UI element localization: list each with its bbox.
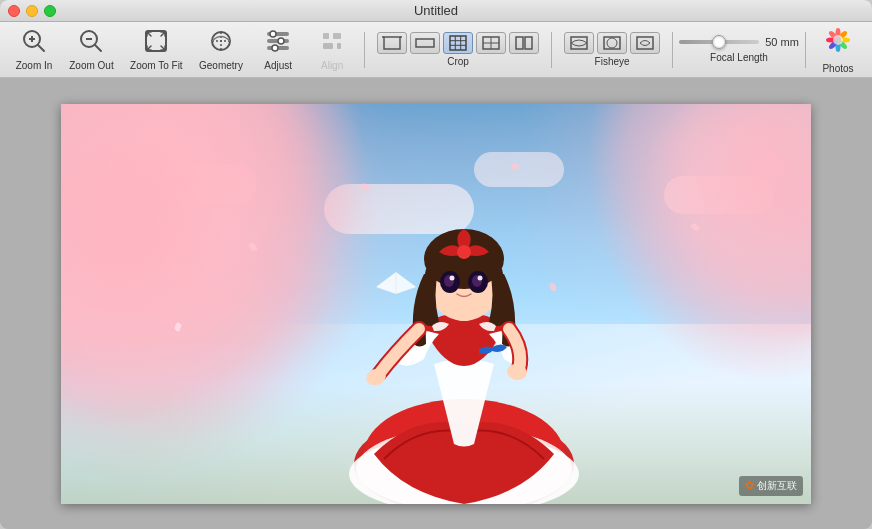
- focal-length-group: 50 mm Focal Length: [679, 36, 799, 63]
- crop-wide-button[interactable]: [410, 32, 440, 54]
- geometry-label: Geometry: [199, 60, 243, 71]
- zoom-out-icon: [78, 28, 104, 58]
- adjust-button[interactable]: Adjust: [252, 26, 304, 74]
- zoom-in-button[interactable]: Zoom In: [8, 26, 60, 74]
- photos-label: Photos: [822, 63, 853, 74]
- svg-point-12: [270, 31, 276, 37]
- svg-point-59: [450, 275, 455, 280]
- zoom-to-fit-button[interactable]: Zoom To Fit: [123, 26, 190, 74]
- traffic-lights: [8, 5, 56, 17]
- geometry-button[interactable]: Geometry: [192, 26, 250, 74]
- svg-rect-23: [450, 36, 466, 50]
- crop-standard-button[interactable]: [377, 32, 407, 54]
- focal-length-value: 50 mm: [765, 36, 799, 48]
- character: [324, 164, 604, 504]
- toolbar: Zoom In Zoom Out Zoom To Fit: [0, 22, 872, 78]
- svg-rect-31: [516, 37, 523, 49]
- zoom-to-fit-icon: [143, 28, 169, 58]
- svg-rect-16: [333, 33, 341, 39]
- svg-point-14: [272, 45, 278, 51]
- svg-point-13: [278, 38, 284, 44]
- main-content: ✿ 创新互联: [0, 78, 872, 529]
- separator-1: [364, 32, 365, 68]
- svg-line-3: [38, 45, 44, 51]
- align-label: Align: [321, 60, 343, 71]
- svg-point-35: [607, 38, 617, 48]
- photos-icon: [824, 26, 852, 61]
- svg-rect-19: [384, 37, 400, 49]
- tree-right: [586, 104, 811, 384]
- focal-length-label: Focal Length: [710, 52, 768, 63]
- fisheye-icons: [564, 32, 660, 54]
- separator-2: [551, 32, 552, 68]
- svg-rect-15: [323, 33, 329, 39]
- minimize-button[interactable]: [26, 5, 38, 17]
- svg-rect-33: [571, 37, 587, 49]
- maximize-button[interactable]: [44, 5, 56, 17]
- focal-length-slider[interactable]: [679, 40, 759, 44]
- watermark-icon: ✿: [745, 479, 754, 492]
- crop-extra-button[interactable]: [509, 32, 539, 54]
- crop-alt-button[interactable]: [476, 32, 506, 54]
- paper-bird: [376, 272, 416, 302]
- zoom-out-label: Zoom Out: [69, 60, 113, 71]
- align-icon: [319, 28, 345, 58]
- crop-grid-button[interactable]: [443, 32, 473, 54]
- title-bar: Untitled: [0, 0, 872, 22]
- svg-line-6: [95, 45, 101, 51]
- adjust-icon: [265, 28, 291, 58]
- fisheye-btn-1[interactable]: [564, 32, 594, 54]
- window-title: Untitled: [414, 3, 458, 18]
- fisheye-label: Fisheye: [595, 56, 630, 67]
- svg-rect-32: [525, 37, 532, 49]
- zoom-in-label: Zoom In: [16, 60, 53, 71]
- svg-rect-34: [604, 37, 620, 49]
- image-container: ✿ 创新互联: [61, 104, 811, 504]
- svg-rect-17: [323, 43, 333, 49]
- svg-point-47: [835, 37, 841, 43]
- zoom-out-button[interactable]: Zoom Out: [62, 26, 121, 74]
- close-button[interactable]: [8, 5, 20, 17]
- separator-4: [805, 32, 806, 68]
- character-svg: [324, 164, 604, 504]
- watermark: ✿ 创新互联: [739, 476, 803, 496]
- focal-slider-row: 50 mm: [679, 36, 799, 48]
- fisheye-btn-3[interactable]: [630, 32, 660, 54]
- scene: ✿ 创新互联: [61, 104, 811, 504]
- petal-4: [549, 282, 556, 291]
- separator-3: [672, 32, 673, 68]
- photos-button[interactable]: Photos: [812, 26, 864, 74]
- zoom-to-fit-label: Zoom To Fit: [130, 60, 183, 71]
- zoom-in-icon: [21, 28, 47, 58]
- svg-point-61: [457, 245, 471, 259]
- watermark-text: 创新互联: [757, 479, 797, 493]
- geometry-icon: [208, 28, 234, 58]
- align-button[interactable]: Align: [306, 26, 358, 74]
- crop-group: Crop: [371, 32, 545, 67]
- svg-rect-22: [416, 39, 434, 47]
- crop-icons: [377, 32, 539, 54]
- svg-rect-18: [337, 43, 341, 49]
- fisheye-btn-2[interactable]: [597, 32, 627, 54]
- svg-point-60: [478, 275, 483, 280]
- crop-label: Crop: [447, 56, 469, 67]
- fisheye-group: Fisheye: [558, 32, 666, 67]
- adjust-label: Adjust: [264, 60, 292, 71]
